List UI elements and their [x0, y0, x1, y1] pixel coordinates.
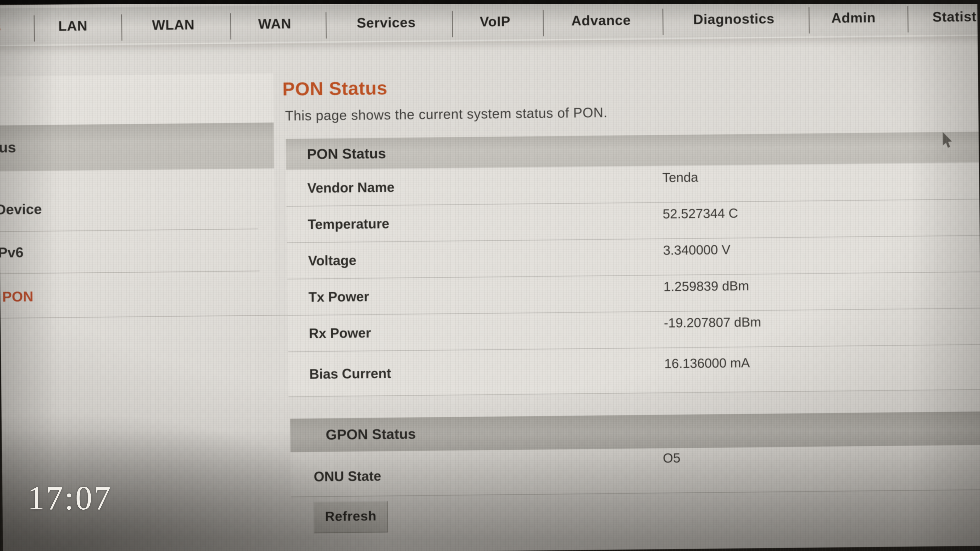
- row-label: Tx Power: [309, 288, 369, 305]
- row-value: -19.207807 dBm: [664, 314, 761, 330]
- row-value: O5: [663, 450, 681, 466]
- nav-tab-statistics-cut[interactable]: Statist: [932, 0, 977, 35]
- row-value: 52.527344 C: [662, 205, 738, 221]
- nav-tab-advance[interactable]: Advance: [571, 2, 631, 39]
- table-row: Rx Power -19.207807 dBm: [288, 308, 980, 352]
- gpon-status-table: GPON Status ONU State O5: [290, 411, 980, 497]
- page-subtitle: This page shows the current system statu…: [285, 105, 608, 124]
- page-title: PON Status: [282, 77, 388, 100]
- nav-tab-admin[interactable]: Admin: [831, 0, 876, 36]
- table-row: Voltage 3.340000 V: [287, 235, 980, 279]
- row-label: Bias Current: [309, 365, 391, 382]
- gpon-status-table-title: GPON Status: [326, 426, 416, 443]
- row-value: 3.340000 V: [663, 242, 730, 258]
- nav-tab-lan[interactable]: LAN: [58, 8, 88, 44]
- nav-divider: [230, 13, 231, 40]
- nav-tab-voip[interactable]: VoIP: [479, 3, 511, 40]
- row-label: Rx Power: [309, 325, 371, 341]
- row-label: Temperature: [308, 216, 390, 232]
- sidebar-item-device[interactable]: Device: [0, 197, 42, 222]
- nav-divider: [452, 11, 453, 37]
- table-row: Temperature 52.527344 C: [286, 199, 980, 243]
- row-value: 16.136000 mA: [664, 355, 750, 372]
- nav-divider: [662, 9, 663, 35]
- sidebar-item-pon[interactable]: PON: [2, 284, 33, 309]
- top-nav-bar: s LAN WLAN WAN Services VoIP Advance Dia…: [0, 0, 980, 45]
- router-admin-page: s LAN WLAN WAN Services VoIP Advance Dia…: [0, 0, 980, 551]
- nav-divider: [121, 14, 122, 41]
- pon-status-table: PON Status Vendor Name Tenda Temperature…: [286, 132, 980, 397]
- clock-overlay: 17:07: [27, 478, 112, 518]
- nav-divider: [326, 12, 326, 38]
- table-row: ONU State O5: [290, 445, 980, 497]
- nav-divider: [543, 10, 544, 37]
- nav-tab-wlan[interactable]: WLAN: [152, 6, 195, 43]
- top-bezel-strip: [0, 0, 980, 4]
- mouse-cursor-icon: [942, 132, 955, 151]
- nav-divider: [907, 6, 908, 33]
- row-label: Vendor Name: [307, 179, 395, 196]
- table-row: Tx Power 1.259839 dBm: [287, 272, 980, 316]
- nav-tab-wan[interactable]: WAN: [258, 5, 291, 42]
- table-row: Bias Current 16.136000 mA: [288, 345, 980, 397]
- refresh-button[interactable]: Refresh: [313, 501, 388, 533]
- row-value: 1.259839 dBm: [663, 278, 749, 294]
- sidebar-item-status-cut[interactable]: us: [0, 135, 16, 159]
- table-row: Vendor Name Tenda: [286, 163, 980, 206]
- sidebar-item-status-highlight: [0, 122, 274, 171]
- pon-status-table-title: PON Status: [307, 145, 386, 162]
- nav-tab-services[interactable]: Services: [356, 4, 416, 41]
- nav-divider: [809, 7, 810, 33]
- row-label: ONU State: [313, 468, 381, 484]
- row-label: Voltage: [308, 252, 356, 268]
- row-value: Tenda: [662, 170, 698, 185]
- nav-tab-diagnostics[interactable]: Diagnostics: [693, 0, 775, 38]
- nav-divider: [34, 15, 35, 41]
- nav-tab-status-cut[interactable]: s: [0, 8, 2, 45]
- screen-photo: s LAN WLAN WAN Services VoIP Advance Dia…: [0, 0, 980, 551]
- sidebar-item-ipv6-cut[interactable]: Pv6: [0, 240, 24, 265]
